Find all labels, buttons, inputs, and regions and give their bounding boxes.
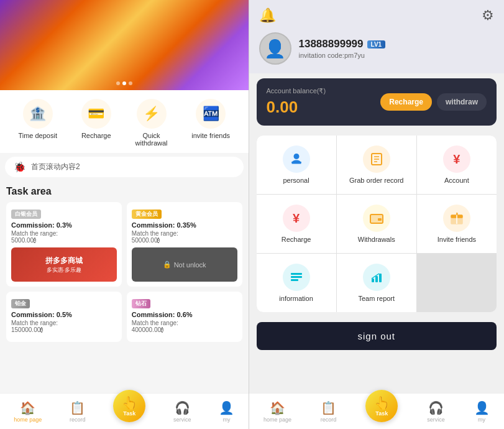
invite-friends-label: Invite friends bbox=[438, 236, 476, 243]
recharge-button[interactable]: Recharge bbox=[380, 93, 432, 111]
task-area: Task area 白银会员 Commission: 0.3% Match th… bbox=[0, 181, 249, 393]
quick-withdrawal-btn[interactable]: ⚡ Quickwithdrawal bbox=[135, 99, 168, 147]
platinum-match: Match the range: 150000.00₿ bbox=[11, 320, 117, 333]
task-center-icon-left: 👆 bbox=[122, 395, 137, 410]
bell-icon[interactable]: 🔔 bbox=[259, 7, 276, 24]
task-card-gold[interactable]: 黄金会员 Commission: 0.35% Match the range: … bbox=[127, 202, 242, 287]
profile-info: 13888899999 LV1 invitation code:pm7yu bbox=[299, 38, 386, 59]
level-badge: LV1 bbox=[367, 40, 386, 48]
menu-withdrawals[interactable]: Withdrawals bbox=[337, 195, 416, 253]
menu-grab-order[interactable]: Grab order record bbox=[337, 136, 416, 194]
grab-order-icon-wrapper bbox=[363, 145, 390, 173]
invite-friends-icon-wrapper bbox=[443, 205, 470, 232]
menu-information[interactable]: information bbox=[257, 254, 336, 312]
silver-match: Match the range: 5000.00₿ bbox=[11, 230, 117, 244]
svg-rect-11 bbox=[291, 273, 302, 275]
task-center-btn-right[interactable]: 👆 Task bbox=[365, 390, 398, 422]
account-yen-icon: ¥ bbox=[453, 152, 460, 167]
task-card-diamond[interactable]: 钻石 Commission: 0.6% Match the range: 400… bbox=[127, 292, 242, 342]
profile-section: 👤 13888899999 LV1 invitation code:pm7yu bbox=[249, 29, 505, 73]
svg-rect-7 bbox=[378, 218, 382, 221]
task-grid: 白银会员 Commission: 0.3% Match the range: 5… bbox=[6, 202, 242, 342]
record-icon-right: 📋 bbox=[321, 400, 336, 415]
profile-name-row: 13888899999 LV1 bbox=[299, 38, 386, 50]
personal-icon-wrapper bbox=[283, 145, 310, 173]
left-panel: 🏦 Time deposit 💳 Recharge ⚡ Quickwithdra… bbox=[0, 0, 249, 429]
banner-dot-2 bbox=[122, 81, 126, 85]
nav-service-left[interactable]: 🎧 service bbox=[173, 400, 191, 423]
diamond-commission: Commission: 0.6% bbox=[132, 311, 237, 318]
menu-personal[interactable]: personal bbox=[257, 136, 336, 194]
nav-home-left[interactable]: 🏠 home page bbox=[14, 400, 42, 423]
task-center-label-left: Task bbox=[123, 410, 135, 417]
pdd-name: 拼多多商城 bbox=[45, 256, 83, 266]
notice-bar: 🐞 首页滚动内容2 bbox=[5, 157, 244, 177]
recharge-yen-icon: ¥ bbox=[293, 211, 300, 226]
gold-match: Match the range: 50000.00₿ bbox=[132, 230, 237, 244]
nav-my-right[interactable]: 👤 my bbox=[474, 400, 490, 423]
diamond-match: Match the range: 400000.00₿ bbox=[132, 320, 237, 333]
record-label-left: record bbox=[70, 417, 86, 423]
service-icon-left: 🎧 bbox=[175, 400, 190, 415]
service-icon-right: 🎧 bbox=[428, 400, 444, 415]
team-report-icon bbox=[369, 270, 384, 285]
right-header: 🔔 ⚙ bbox=[249, 0, 505, 29]
information-icon-wrapper bbox=[283, 264, 310, 291]
balance-card: Account balance(₹) 0.00 Recharge withdra… bbox=[257, 78, 497, 126]
quick-withdrawal-icon: ⚡ bbox=[137, 99, 167, 129]
invite-friends-icon-left: 🏧 bbox=[196, 99, 226, 129]
silver-badge: 白银会员 bbox=[11, 210, 41, 219]
right-panel: 🔔 ⚙ 👤 13888899999 LV1 invitation code:pm… bbox=[249, 0, 505, 429]
menu-recharge[interactable]: ¥ Recharge bbox=[257, 195, 336, 253]
avatar: 👤 bbox=[259, 32, 291, 65]
platinum-commission: Commission: 0.5% bbox=[11, 311, 117, 318]
notice-text: 首页滚动内容2 bbox=[31, 162, 80, 172]
home-icon-right: 🏠 bbox=[270, 400, 285, 415]
left-bottom-nav: 🏠 home page 📋 record 👆 Task 🎧 service 👤 … bbox=[0, 393, 249, 429]
withdraw-button[interactable]: withdraw bbox=[437, 93, 487, 111]
menu-grid: personal Grab order record ¥ Account bbox=[257, 136, 497, 312]
quick-withdrawal-label: Quickwithdrawal bbox=[135, 132, 168, 147]
withdrawals-icon bbox=[369, 211, 384, 226]
menu-team-report[interactable]: Team report bbox=[337, 254, 416, 312]
nav-service-right[interactable]: 🎧 service bbox=[427, 400, 445, 423]
grab-order-label: Grab order record bbox=[349, 177, 403, 184]
banner-dot-1 bbox=[116, 81, 120, 85]
information-label: information bbox=[279, 295, 313, 302]
time-deposit-btn[interactable]: 🏦 Time deposit bbox=[18, 99, 57, 147]
nav-home-right[interactable]: 🏠 home page bbox=[263, 400, 291, 423]
svg-rect-16 bbox=[379, 274, 382, 282]
home-label-right: home page bbox=[263, 417, 291, 423]
task-center-icon-right: 👆 bbox=[374, 395, 390, 410]
gear-icon[interactable]: ⚙ bbox=[482, 7, 494, 24]
my-icon-left: 👤 bbox=[219, 400, 234, 415]
team-report-icon-wrapper bbox=[363, 264, 390, 291]
nav-record-left[interactable]: 📋 record bbox=[70, 400, 86, 423]
nav-my-left[interactable]: 👤 my bbox=[219, 400, 234, 423]
nav-record-right[interactable]: 📋 record bbox=[321, 400, 337, 423]
recharge-btn-top[interactable]: 💳 Recharge bbox=[81, 99, 111, 147]
task-card-silver[interactable]: 白银会员 Commission: 0.3% Match the range: 5… bbox=[6, 202, 122, 287]
personal-label: personal bbox=[283, 177, 309, 184]
right-bottom-nav: 🏠 home page 📋 record 👆 Task 🎧 service 👤 … bbox=[249, 393, 505, 429]
task-center-btn-left[interactable]: 👆 Task bbox=[113, 390, 145, 422]
invite-friends-btn-left[interactable]: 🏧 invite friends bbox=[191, 99, 230, 147]
menu-invite-friends[interactable]: Invite friends bbox=[417, 195, 497, 253]
pinduoduo-logo: 拼多多商城 多实惠·多乐趣 bbox=[11, 247, 117, 282]
recharge-icon-wrapper: ¥ bbox=[283, 205, 310, 232]
account-label: Account bbox=[444, 177, 469, 184]
gold-badge: 黄金会员 bbox=[132, 210, 162, 219]
menu-account[interactable]: ¥ Account bbox=[417, 136, 497, 194]
service-label-right: service bbox=[427, 417, 445, 423]
diamond-badge: 钻石 bbox=[132, 299, 150, 308]
my-icon-right: 👤 bbox=[474, 400, 490, 415]
task-card-platinum[interactable]: 铂金 Commission: 0.5% Match the range: 150… bbox=[6, 292, 122, 342]
task-area-title: Task area bbox=[6, 186, 242, 197]
team-report-label: Team report bbox=[358, 295, 395, 302]
lock-icon: 🔒 bbox=[163, 261, 172, 269]
personal-icon bbox=[289, 152, 304, 167]
sign-out-button[interactable]: sign out bbox=[257, 322, 497, 350]
svg-rect-15 bbox=[375, 276, 378, 282]
my-label-left: my bbox=[223, 417, 231, 423]
balance-label: Account balance(₹) bbox=[267, 87, 326, 95]
